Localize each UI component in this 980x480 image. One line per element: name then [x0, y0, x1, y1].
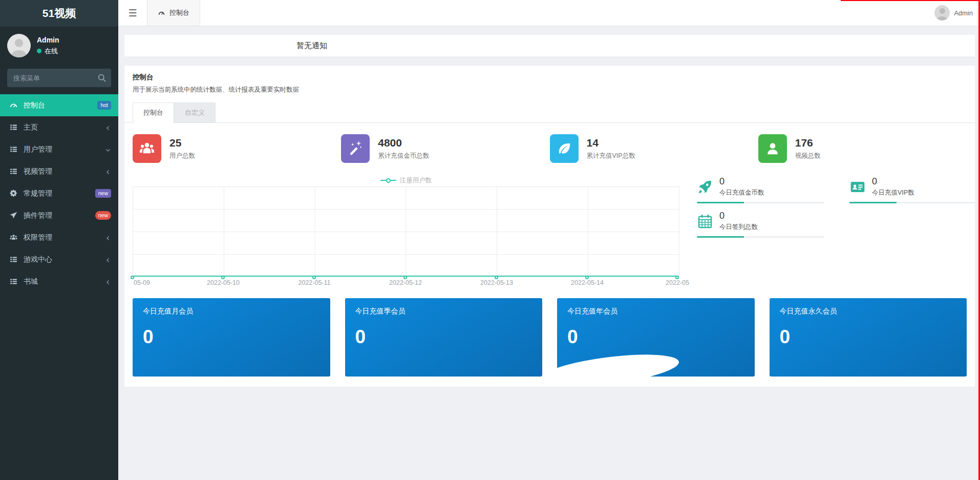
card-permanent-members[interactable]: 今日充值永久会员 0 — [770, 298, 967, 377]
list-icon — [9, 145, 18, 154]
list-icon — [9, 123, 18, 132]
search-input[interactable] — [7, 69, 111, 87]
sidebar-item-label: 插件管理 — [24, 211, 52, 220]
user-status-label: 在线 — [45, 47, 58, 56]
sidebar-item-game-center[interactable]: 游戏中心 — [0, 248, 118, 270]
users-group-icon — [133, 134, 161, 163]
notice-text: 暂无通知 — [296, 41, 327, 51]
user-avatar[interactable] — [934, 5, 950, 20]
card-quarterly-members[interactable]: 今日充值季会员 0 — [345, 298, 543, 377]
sidebar-item-home[interactable]: 主页 — [0, 116, 118, 138]
stat-label: 累计充值金币总数 — [378, 152, 429, 160]
stat-label: 用户总数 — [169, 152, 195, 160]
list-icon — [9, 167, 18, 176]
chart-x-axis: 05-09 2022-05-10 2022-05-11 2022-05-12 2… — [133, 277, 679, 288]
cogs-icon — [9, 189, 18, 198]
sidebar-item-permission-management[interactable]: 权限管理 — [0, 226, 118, 248]
sidebar-item-label: 控制台 — [24, 101, 45, 110]
panel-tabs: 控制台 自定义 — [124, 102, 975, 123]
topbar-user[interactable]: Admin — [934, 0, 980, 26]
user-panel: Admin 在线 — [0, 27, 118, 66]
dashboard-row: 注册用户数 05-09 2022-05-10 2022-05-11 20 — [124, 172, 975, 288]
stat-label: 累计充值VIP总数 — [587, 152, 635, 160]
today-checkins: 0 今日签到总数 — [697, 211, 824, 238]
id-card-icon — [849, 179, 866, 195]
legend-label: 注册用户数 — [400, 176, 432, 185]
sidebar: 51视频 Admin 在线 控制台 hot 主页 — [0, 0, 118, 480]
today-vip-recharge: 0 今日充值VIP数 — [849, 176, 976, 203]
chevron-left-icon — [105, 279, 111, 285]
topbar: ☰ 控制台 Admin — [118, 0, 980, 26]
x-tick-label: 05-09 — [134, 279, 150, 286]
leaf-icon — [550, 134, 579, 163]
paper-plane-icon — [9, 211, 18, 220]
registered-users-chart: 注册用户数 05-09 2022-05-10 2022-05-11 20 — [133, 174, 679, 288]
member-card-title: 今日充值月会员 — [143, 307, 320, 316]
progress-bar — [849, 202, 976, 203]
today-stat-label: 今日充值金币数 — [719, 189, 764, 197]
legend-marker-icon — [380, 178, 396, 183]
x-tick-label: 2022-05 — [666, 279, 689, 286]
user-avatar[interactable] — [7, 34, 31, 57]
stat-value: 4800 — [378, 137, 429, 149]
sidebar-item-dashboard[interactable]: 控制台 hot — [0, 94, 118, 116]
app-logo: 51视频 — [0, 0, 118, 27]
menu-toggle-button[interactable]: ☰ — [118, 0, 147, 26]
card-monthly-members[interactable]: 今日充值月会员 0 — [133, 298, 330, 377]
tab-custom[interactable]: 自定义 — [174, 102, 216, 122]
x-tick-label: 2022-05-13 — [480, 279, 513, 286]
topbar-tab-label: 控制台 — [169, 8, 189, 17]
stat-total-gold-recharge: 4800 累计充值金币总数 — [341, 134, 549, 163]
member-card-title: 今日充值季会员 — [355, 307, 532, 316]
rocket-icon — [697, 179, 713, 195]
today-stat-value: 0 — [719, 176, 764, 187]
stat-total-users: 25 用户总数 — [133, 134, 341, 163]
panel-header: 控制台 用于展示当前系统中的统计数据、统计报表及重要实时数据 — [124, 66, 975, 96]
chevron-left-icon — [105, 235, 111, 241]
tachometer-icon — [158, 9, 165, 17]
today-stat-value: 0 — [872, 176, 914, 187]
today-stat-label: 今日签到总数 — [719, 223, 758, 232]
today-gold-recharge: 0 今日充值金币数 — [697, 176, 824, 203]
sidebar-item-bookstore[interactable]: 书城 — [0, 270, 118, 293]
calendar-icon — [697, 213, 713, 229]
member-card-value: 0 — [780, 326, 957, 348]
today-stats: 0 今日充值金币数 0 今日充值VIP数 — [679, 174, 976, 288]
sidebar-item-label: 视频管理 — [24, 167, 52, 176]
notice-bar: 暂无通知 — [124, 35, 975, 56]
sidebar-item-user-management[interactable]: 用户管理 — [0, 138, 118, 160]
stat-value: 14 — [587, 137, 635, 149]
member-card-value: 0 — [567, 326, 744, 348]
member-card-value: 0 — [143, 326, 320, 348]
page-title: 控制台 — [133, 73, 967, 82]
topbar-user-name: Admin — [954, 9, 973, 17]
sidebar-item-label: 游戏中心 — [24, 255, 52, 264]
main-content: 暂无通知 控制台 用于展示当前系统中的统计数据、统计报表及重要实时数据 控制台 … — [118, 26, 980, 480]
sidebar-item-label: 主页 — [24, 123, 38, 132]
member-card-title: 今日充值永久会员 — [780, 307, 957, 316]
search-icon[interactable] — [97, 73, 107, 83]
sidebar-item-video-management[interactable]: 视频管理 — [0, 160, 118, 182]
x-tick-label: 2022-05-11 — [298, 279, 330, 286]
sidebar-search — [7, 69, 111, 87]
tab-dashboard[interactable]: 控制台 — [133, 102, 174, 123]
stat-total-videos: 176 视频总数 — [758, 134, 967, 163]
x-tick-label: 2022-05-14 — [571, 279, 604, 286]
stat-value: 176 — [795, 137, 821, 149]
sidebar-item-plugin-management[interactable]: 插件管理 new — [0, 204, 118, 226]
chart-legend[interactable]: 注册用户数 — [133, 174, 679, 186]
sidebar-item-general-management[interactable]: 常规管理 new — [0, 182, 118, 204]
new-badge: new — [95, 211, 111, 220]
stat-cards-row: 25 用户总数 4800 累计充值金币总数 14 累计充 — [124, 123, 975, 172]
chevron-left-icon — [105, 124, 111, 131]
stat-label: 视频总数 — [795, 152, 821, 160]
chevron-down-icon — [105, 147, 111, 153]
user-icon — [758, 134, 787, 163]
topbar-tab-dashboard[interactable]: 控制台 — [147, 0, 200, 26]
online-status-dot — [37, 49, 41, 53]
list-icon — [9, 277, 18, 286]
today-stat-label: 今日充值VIP数 — [872, 189, 914, 197]
member-card-title: 今日充值年会员 — [567, 307, 744, 316]
dashboard-panel: 控制台 用于展示当前系统中的统计数据、统计报表及重要实时数据 控制台 自定义 2… — [124, 66, 975, 387]
member-cards-row: 今日充值月会员 0 今日充值季会员 0 今日充值年会员 0 今日充值永久会员 0 — [124, 288, 975, 377]
